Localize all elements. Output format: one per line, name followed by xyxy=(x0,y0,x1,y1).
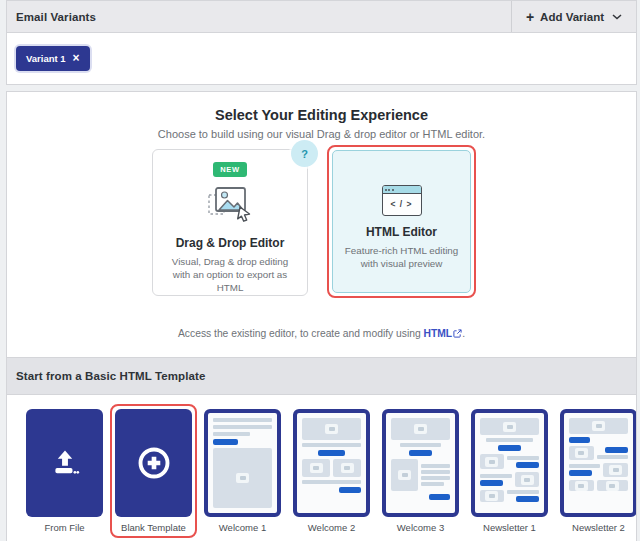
new-badge: NEW xyxy=(213,162,246,177)
template-item-newsletter-2[interactable]: Newsletter 2 xyxy=(555,404,636,538)
wire-column xyxy=(597,446,628,460)
email-variants-screen: Email Variants + Add Variant Variant 1 ×… xyxy=(0,0,640,541)
wire-button xyxy=(409,450,433,456)
wire-row xyxy=(480,454,539,469)
image-icon xyxy=(592,421,605,431)
wire-line xyxy=(507,490,539,494)
wire-image-placeholder xyxy=(302,459,330,477)
image-icon xyxy=(398,470,411,480)
footnote-suffix: . xyxy=(462,328,465,339)
html-editor-icon: < / > xyxy=(382,185,422,216)
selected-card-outline: < / > HTML Editor Feature-rich HTML edit… xyxy=(327,145,476,298)
template-section-title: Start from a Basic HTML Template xyxy=(16,370,205,382)
template-item-welcome-3[interactable]: Welcome 3 xyxy=(377,404,464,538)
image-icon xyxy=(575,448,588,458)
email-variants-widget: Email Variants + Add Variant Variant 1 ×… xyxy=(6,0,637,541)
plus-circle-icon xyxy=(136,445,172,481)
template-label: Welcome 2 xyxy=(293,522,370,533)
wire-row xyxy=(569,480,628,491)
browser-dot-icon xyxy=(392,189,394,191)
panel-subtitle: Choose to build using our visual Drag & … xyxy=(7,128,636,140)
wire-line xyxy=(213,418,272,422)
template-thumbnail[interactable] xyxy=(26,409,103,517)
template-section-header: Start from a Basic HTML Template xyxy=(7,357,636,395)
template-thumbnail[interactable] xyxy=(204,409,281,517)
wire-button xyxy=(516,462,539,468)
card-drag-drop-editor[interactable]: NEW Drag & Drop Editor Visual, Drag & dr… xyxy=(152,149,308,296)
template-label: Newsletter 1 xyxy=(471,522,548,533)
wire-button xyxy=(480,480,503,486)
image-icon xyxy=(521,475,534,485)
add-variant-label: Add Variant xyxy=(540,11,604,23)
footnote-prefix: Access the existing editor, to create an… xyxy=(178,328,424,339)
card-title: Drag & Drop Editor xyxy=(176,236,285,250)
wire-image-placeholder xyxy=(391,418,450,440)
variants-row: Variant 1 × xyxy=(7,33,636,85)
wire-line xyxy=(569,464,600,468)
panel-title: Select Your Editing Experience xyxy=(7,107,636,123)
wire-image-placeholder xyxy=(597,480,628,491)
wire-button xyxy=(569,437,590,443)
template-label: From File xyxy=(26,522,103,533)
browser-dot-icon xyxy=(388,189,390,191)
wire-image-placeholder xyxy=(515,472,539,487)
drag-drop-editor-icon xyxy=(207,183,253,227)
template-thumbnail[interactable] xyxy=(293,409,370,517)
image-icon xyxy=(236,473,249,483)
image-icon xyxy=(485,491,498,501)
wire-column xyxy=(507,454,539,469)
template-item-blank-template[interactable]: Blank Template xyxy=(110,404,197,538)
external-link-icon xyxy=(453,329,462,338)
wire-line xyxy=(421,464,450,468)
template-thumbnail[interactable] xyxy=(471,409,548,517)
wire-row xyxy=(569,446,628,460)
wire-image-placeholder xyxy=(333,459,361,477)
wire-line xyxy=(213,425,272,429)
wire-line xyxy=(480,474,512,478)
wire-button xyxy=(569,470,592,476)
wire-button xyxy=(516,496,539,502)
image-icon xyxy=(414,424,427,434)
wire-row xyxy=(569,463,628,477)
template-label: Newsletter 2 xyxy=(560,522,636,533)
wire-line xyxy=(421,482,444,486)
browser-titlebar xyxy=(383,186,421,194)
template-item-from-file[interactable]: From File xyxy=(21,404,108,538)
wire-line xyxy=(421,470,450,474)
close-icon[interactable]: × xyxy=(73,52,80,64)
wire-column xyxy=(507,490,539,502)
wire-row xyxy=(480,472,539,487)
image-icon xyxy=(341,463,354,473)
image-icon xyxy=(575,481,588,491)
template-item-newsletter-1[interactable]: Newsletter 1 xyxy=(466,404,553,538)
wire-button xyxy=(429,494,450,500)
wire-line xyxy=(597,455,628,459)
template-thumbnail[interactable] xyxy=(382,409,459,517)
wire-image-placeholder xyxy=(569,480,594,491)
editor-select-panel: Select Your Editing Experience Choose to… xyxy=(7,91,636,357)
wire-image-placeholder xyxy=(480,490,504,502)
template-item-welcome-2[interactable]: Welcome 2 xyxy=(288,404,375,538)
template-item-welcome-1[interactable]: Welcome 1 xyxy=(199,404,286,538)
card-title: HTML Editor xyxy=(366,225,437,239)
template-thumbnail[interactable] xyxy=(560,409,636,517)
code-icon: < / > xyxy=(383,194,421,214)
template-thumbnail[interactable] xyxy=(115,409,192,517)
upload-icon xyxy=(49,447,81,479)
card-html-editor[interactable]: < / > HTML Editor Feature-rich HTML edit… xyxy=(332,150,471,293)
wire-row xyxy=(391,459,450,491)
wire-line xyxy=(486,438,533,442)
email-variants-header: Email Variants + Add Variant xyxy=(7,1,636,33)
wire-line xyxy=(302,443,361,447)
add-variant-button[interactable]: + Add Variant xyxy=(511,1,636,32)
page-title: Email Variants xyxy=(16,11,96,23)
wire-line xyxy=(421,476,450,480)
variant-chip[interactable]: Variant 1 × xyxy=(16,46,90,71)
wire-button xyxy=(605,447,628,453)
wire-image-placeholder xyxy=(213,448,272,508)
wire-line xyxy=(302,480,361,484)
html-editor-link[interactable]: HTML xyxy=(424,328,463,339)
help-button[interactable]: ? xyxy=(291,140,318,167)
editor-cards: NEW Drag & Drop Editor Visual, Drag & dr… xyxy=(7,143,636,319)
image-icon xyxy=(503,422,516,432)
